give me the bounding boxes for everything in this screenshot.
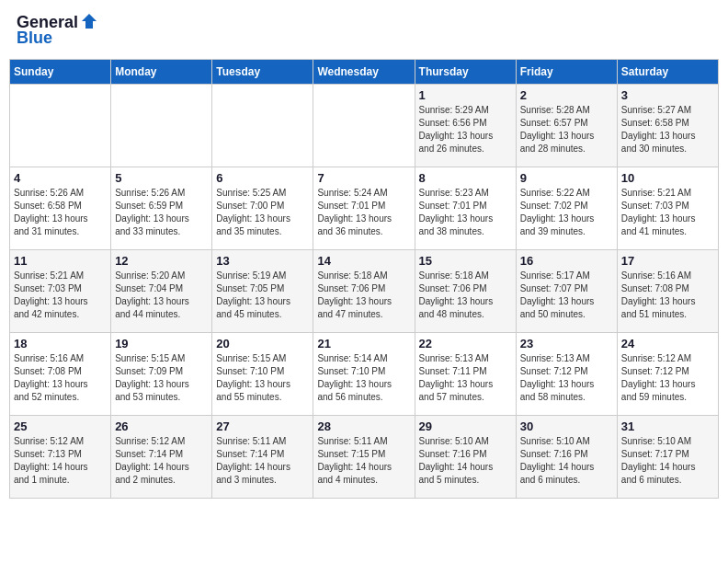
- calendar-cell: 24Sunrise: 5:12 AM Sunset: 7:12 PM Dayli…: [617, 333, 718, 416]
- week-row-4: 18Sunrise: 5:16 AM Sunset: 7:08 PM Dayli…: [10, 333, 719, 416]
- calendar-cell: 31Sunrise: 5:10 AM Sunset: 7:17 PM Dayli…: [617, 416, 718, 499]
- day-info: Sunrise: 5:16 AM Sunset: 7:08 PM Dayligh…: [14, 352, 107, 404]
- week-row-3: 11Sunrise: 5:21 AM Sunset: 7:03 PM Dayli…: [10, 250, 719, 333]
- day-number: 2: [520, 88, 613, 102]
- day-number: 4: [14, 171, 107, 185]
- day-header-tuesday: Tuesday: [212, 60, 313, 85]
- calendar-cell: 22Sunrise: 5:13 AM Sunset: 7:11 PM Dayli…: [415, 333, 516, 416]
- day-info: Sunrise: 5:18 AM Sunset: 7:06 PM Dayligh…: [317, 270, 410, 321]
- day-info: Sunrise: 5:16 AM Sunset: 7:08 PM Dayligh…: [621, 270, 714, 321]
- day-header-wednesday: Wednesday: [313, 60, 415, 85]
- calendar-cell: 20Sunrise: 5:15 AM Sunset: 7:10 PM Dayli…: [212, 333, 313, 416]
- calendar-cell: 9Sunrise: 5:22 AM Sunset: 7:02 PM Daylig…: [516, 167, 617, 250]
- day-info: Sunrise: 5:26 AM Sunset: 6:58 PM Dayligh…: [14, 187, 107, 238]
- day-number: 19: [115, 337, 208, 350]
- day-number: 25: [14, 419, 107, 433]
- header-row: SundayMondayTuesdayWednesdayThursdayFrid…: [10, 60, 719, 85]
- day-info: Sunrise: 5:13 AM Sunset: 7:11 PM Dayligh…: [419, 352, 512, 404]
- calendar-cell: [313, 85, 415, 167]
- day-info: Sunrise: 5:27 AM Sunset: 6:58 PM Dayligh…: [621, 104, 714, 155]
- day-number: 14: [317, 254, 410, 268]
- day-header-saturday: Saturday: [617, 60, 718, 85]
- day-info: Sunrise: 5:29 AM Sunset: 6:56 PM Dayligh…: [419, 104, 512, 155]
- day-header-monday: Monday: [111, 60, 212, 85]
- calendar-cell: 11Sunrise: 5:21 AM Sunset: 7:03 PM Dayli…: [10, 250, 111, 333]
- calendar-cell: [111, 85, 212, 167]
- day-info: Sunrise: 5:28 AM Sunset: 6:57 PM Dayligh…: [520, 104, 613, 155]
- week-row-1: 1Sunrise: 5:29 AM Sunset: 6:56 PM Daylig…: [10, 85, 719, 167]
- day-info: Sunrise: 5:23 AM Sunset: 7:01 PM Dayligh…: [419, 187, 512, 238]
- calendar-cell: 19Sunrise: 5:15 AM Sunset: 7:09 PM Dayli…: [111, 333, 212, 416]
- calendar-cell: 26Sunrise: 5:12 AM Sunset: 7:14 PM Dayli…: [111, 416, 212, 499]
- calendar-cell: 18Sunrise: 5:16 AM Sunset: 7:08 PM Dayli…: [10, 333, 111, 416]
- day-info: Sunrise: 5:12 AM Sunset: 7:12 PM Dayligh…: [621, 352, 714, 404]
- calendar-cell: [10, 85, 111, 167]
- day-info: Sunrise: 5:13 AM Sunset: 7:12 PM Dayligh…: [520, 352, 613, 404]
- calendar-cell: 17Sunrise: 5:16 AM Sunset: 7:08 PM Dayli…: [617, 250, 718, 333]
- calendar-cell: 2Sunrise: 5:28 AM Sunset: 6:57 PM Daylig…: [516, 85, 617, 167]
- calendar-cell: 4Sunrise: 5:26 AM Sunset: 6:58 PM Daylig…: [10, 167, 111, 250]
- calendar-cell: 8Sunrise: 5:23 AM Sunset: 7:01 PM Daylig…: [415, 167, 516, 250]
- day-info: Sunrise: 5:17 AM Sunset: 7:07 PM Dayligh…: [520, 270, 613, 321]
- day-number: 5: [115, 171, 208, 185]
- calendar-cell: 12Sunrise: 5:20 AM Sunset: 7:04 PM Dayli…: [111, 250, 212, 333]
- week-row-2: 4Sunrise: 5:26 AM Sunset: 6:58 PM Daylig…: [10, 167, 719, 250]
- logo: General Blue: [17, 13, 98, 48]
- day-header-friday: Friday: [516, 60, 617, 85]
- day-info: Sunrise: 5:12 AM Sunset: 7:14 PM Dayligh…: [115, 435, 208, 487]
- day-info: Sunrise: 5:22 AM Sunset: 7:02 PM Dayligh…: [520, 187, 613, 238]
- day-number: 7: [317, 171, 410, 185]
- day-number: 24: [621, 337, 714, 350]
- calendar-cell: 25Sunrise: 5:12 AM Sunset: 7:13 PM Dayli…: [10, 416, 111, 499]
- calendar-cell: 15Sunrise: 5:18 AM Sunset: 7:06 PM Dayli…: [415, 250, 516, 333]
- calendar-cell: 27Sunrise: 5:11 AM Sunset: 7:14 PM Dayli…: [212, 416, 313, 499]
- day-info: Sunrise: 5:15 AM Sunset: 7:10 PM Dayligh…: [216, 352, 309, 404]
- calendar-cell: 13Sunrise: 5:19 AM Sunset: 7:05 PM Dayli…: [212, 250, 313, 333]
- calendar-cell: 16Sunrise: 5:17 AM Sunset: 7:07 PM Dayli…: [516, 250, 617, 333]
- calendar-cell: 21Sunrise: 5:14 AM Sunset: 7:10 PM Dayli…: [313, 333, 415, 416]
- calendar-cell: 30Sunrise: 5:10 AM Sunset: 7:16 PM Dayli…: [516, 416, 617, 499]
- day-number: 29: [419, 419, 512, 433]
- day-number: 27: [216, 419, 309, 433]
- day-number: 20: [216, 337, 309, 350]
- day-info: Sunrise: 5:12 AM Sunset: 7:13 PM Dayligh…: [14, 435, 107, 487]
- day-info: Sunrise: 5:24 AM Sunset: 7:01 PM Dayligh…: [317, 187, 410, 238]
- svg-marker-0: [82, 14, 97, 29]
- day-number: 13: [216, 254, 309, 268]
- day-number: 30: [520, 419, 613, 433]
- day-number: 17: [621, 254, 714, 268]
- day-number: 18: [14, 337, 107, 350]
- calendar-cell: 10Sunrise: 5:21 AM Sunset: 7:03 PM Dayli…: [617, 167, 718, 250]
- day-number: 11: [14, 254, 107, 268]
- day-number: 21: [317, 337, 410, 350]
- day-number: 1: [419, 88, 512, 102]
- day-info: Sunrise: 5:20 AM Sunset: 7:04 PM Dayligh…: [115, 270, 208, 321]
- calendar-cell: 5Sunrise: 5:26 AM Sunset: 6:59 PM Daylig…: [111, 167, 212, 250]
- calendar-cell: 1Sunrise: 5:29 AM Sunset: 6:56 PM Daylig…: [415, 85, 516, 167]
- day-number: 12: [115, 254, 208, 268]
- day-number: 22: [419, 337, 512, 350]
- day-number: 16: [520, 254, 613, 268]
- logo-blue-text: Blue: [17, 29, 52, 48]
- day-number: 8: [419, 171, 512, 185]
- week-row-5: 25Sunrise: 5:12 AM Sunset: 7:13 PM Dayli…: [10, 416, 719, 499]
- day-info: Sunrise: 5:11 AM Sunset: 7:15 PM Dayligh…: [317, 435, 410, 487]
- day-number: 10: [621, 171, 714, 185]
- day-info: Sunrise: 5:18 AM Sunset: 7:06 PM Dayligh…: [419, 270, 512, 321]
- day-number: 3: [621, 88, 714, 102]
- day-number: 15: [419, 254, 512, 268]
- day-info: Sunrise: 5:25 AM Sunset: 7:00 PM Dayligh…: [216, 187, 309, 238]
- calendar-cell: 14Sunrise: 5:18 AM Sunset: 7:06 PM Dayli…: [313, 250, 415, 333]
- day-info: Sunrise: 5:11 AM Sunset: 7:14 PM Dayligh…: [216, 435, 309, 487]
- logo-icon: [80, 12, 98, 30]
- calendar-cell: 23Sunrise: 5:13 AM Sunset: 7:12 PM Dayli…: [516, 333, 617, 416]
- day-number: 26: [115, 419, 208, 433]
- day-info: Sunrise: 5:26 AM Sunset: 6:59 PM Dayligh…: [115, 187, 208, 238]
- day-number: 31: [621, 419, 714, 433]
- day-number: 9: [520, 171, 613, 185]
- calendar-cell: 28Sunrise: 5:11 AM Sunset: 7:15 PM Dayli…: [313, 416, 415, 499]
- day-info: Sunrise: 5:19 AM Sunset: 7:05 PM Dayligh…: [216, 270, 309, 321]
- day-info: Sunrise: 5:10 AM Sunset: 7:16 PM Dayligh…: [520, 435, 613, 487]
- day-info: Sunrise: 5:14 AM Sunset: 7:10 PM Dayligh…: [317, 352, 410, 404]
- day-header-sunday: Sunday: [10, 60, 111, 85]
